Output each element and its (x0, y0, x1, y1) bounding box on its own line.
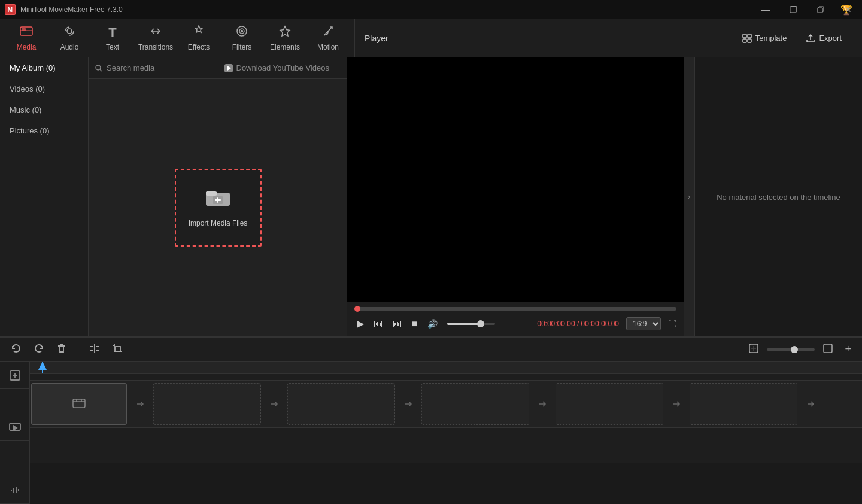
playhead[interactable] (42, 362, 43, 373)
zoom-out-icon (819, 341, 836, 357)
video-clip-6[interactable] (690, 383, 797, 425)
text-icon: T (108, 25, 116, 41)
progress-handle[interactable] (354, 306, 360, 312)
toolbar-item-effects[interactable]: Effects (177, 22, 220, 55)
close-button[interactable]: ✕ (834, 0, 862, 19)
toolbar-item-media[interactable]: Media (5, 22, 48, 55)
timeline-audio-track-icon (0, 476, 29, 504)
video-track-container (30, 374, 862, 427)
player-and-right: ▶ ⏮ ⏭ ■ 🔊 00:00:00.00 / 00:00:00.00 (347, 57, 862, 336)
timeline-video-track-icon (0, 413, 29, 441)
volume-slider-thumb[interactable] (477, 320, 484, 327)
right-panel: No material selected on the timeline (694, 57, 862, 336)
svg-text:M: M (8, 7, 13, 13)
crop-button[interactable] (108, 341, 126, 359)
toolbar-item-motion[interactable]: Motion (306, 22, 350, 55)
play-button[interactable]: ▶ (354, 315, 366, 332)
minimize-button[interactable]: — (752, 0, 779, 19)
svg-point-14 (96, 65, 101, 70)
time-display-text: 00:00:00.00 / 00:00:00.00 (537, 320, 619, 328)
svg-rect-20 (116, 347, 120, 351)
video-track-header (30, 374, 862, 381)
export-button[interactable]: Export (800, 31, 848, 45)
transition-icon-6 (805, 399, 816, 409)
transition-icon-4 (537, 399, 548, 409)
prev-frame-button[interactable]: ⏮ (371, 316, 386, 332)
transitions-icon (149, 25, 162, 41)
video-clip-4[interactable] (421, 383, 529, 425)
aspect-ratio-select[interactable]: 16:9 9:16 4:3 1:1 21:9 (626, 317, 661, 330)
elements-icon (278, 25, 292, 41)
zoom-slider-thumb[interactable] (791, 346, 798, 353)
import-media-button[interactable]: Import Media Files (175, 169, 262, 247)
progress-bar[interactable] (354, 307, 676, 311)
split-button[interactable] (86, 341, 104, 359)
win-controls: — ❐ ✕ (752, 0, 862, 19)
sidebar-item-music[interactable]: Music (0) (0, 99, 88, 120)
content-area: My Album (0) Videos (0) Music (0) Pictur… (0, 57, 862, 504)
video-track (30, 381, 862, 427)
video-clip-5[interactable] (556, 383, 663, 425)
video-clip-2[interactable] (153, 383, 261, 425)
controls-row: ▶ ⏮ ⏭ ■ 🔊 00:00:00.00 / 00:00:00.00 (354, 315, 676, 332)
timeline-content (0, 362, 862, 504)
timeline-toolbar: + (0, 338, 862, 362)
template-icon (742, 34, 752, 43)
toolbar-item-elements[interactable]: Elements (263, 22, 306, 55)
toolbar-separator (78, 342, 78, 357)
filters-icon (235, 25, 248, 41)
search-media-label: Search media (107, 63, 154, 72)
sidebar-item-pictures[interactable]: Pictures (0) (0, 120, 88, 141)
maximize-button[interactable]: ❐ (779, 0, 807, 19)
video-clip-1[interactable] (31, 383, 127, 425)
download-youtube-button[interactable]: Download YouTube Videos (218, 57, 348, 78)
timeline-right-controls: + (745, 341, 855, 358)
timeline-tracks (30, 362, 862, 504)
search-media-button[interactable]: Search media (89, 57, 218, 78)
toolbar-item-audio[interactable]: Audio (48, 22, 91, 55)
sidebar-item-videos[interactable]: Videos (0) (0, 78, 88, 99)
right-panel-toggle[interactable]: › (684, 57, 694, 336)
timeline-ruler (30, 362, 862, 374)
player-area: ▶ ⏮ ⏭ ■ 🔊 00:00:00.00 / 00:00:00.00 (347, 57, 684, 336)
sidebar-item-my-album[interactable]: My Album (0) (0, 57, 88, 78)
toolbar-item-media-label: Media (17, 43, 37, 51)
svg-rect-22 (824, 344, 832, 353)
effects-icon (192, 25, 205, 41)
track-transition-3[interactable] (396, 383, 420, 425)
toolbar-item-filters-label: Filters (232, 43, 252, 51)
undo-button[interactable] (7, 341, 25, 359)
track-transition-6[interactable] (799, 383, 822, 425)
toolbar-item-text[interactable]: T Text (91, 22, 134, 55)
track-transition-1[interactable] (128, 383, 152, 425)
player-video (347, 57, 684, 302)
template-label: Template (755, 34, 787, 42)
svg-rect-10 (743, 34, 746, 38)
toolbar-item-transitions[interactable]: Transitions (134, 22, 177, 55)
stop-button[interactable]: ■ (409, 316, 420, 332)
volume-slider[interactable] (447, 323, 495, 325)
right-panel-content: No material selected on the timeline (695, 57, 862, 336)
template-button[interactable]: Template (736, 31, 793, 45)
toolbar-item-motion-label: Motion (317, 43, 339, 51)
next-frame-button[interactable]: ⏭ (390, 316, 405, 332)
volume-slider-fill (447, 323, 481, 325)
toolbar-item-filters[interactable]: Filters (220, 22, 263, 55)
zoom-add-button[interactable]: + (841, 341, 855, 358)
video-clip-3[interactable] (287, 383, 395, 425)
restore-button[interactable] (807, 0, 834, 19)
search-icon (95, 64, 103, 72)
app-icon: M (5, 4, 16, 15)
toolbar-item-transitions-label: Transitions (138, 43, 173, 51)
track-transition-4[interactable] (530, 383, 554, 425)
redo-button[interactable] (30, 341, 48, 359)
track-transition-2[interactable] (262, 383, 286, 425)
timeline-add-track-button[interactable] (0, 362, 29, 389)
zoom-slider[interactable] (767, 348, 815, 351)
fullscreen-button[interactable]: ⛶ (668, 319, 676, 329)
clip-icon (72, 397, 86, 411)
media-icon (20, 25, 33, 41)
track-transition-5[interactable] (664, 383, 688, 425)
svg-rect-11 (748, 34, 751, 38)
delete-button[interactable] (53, 341, 71, 359)
